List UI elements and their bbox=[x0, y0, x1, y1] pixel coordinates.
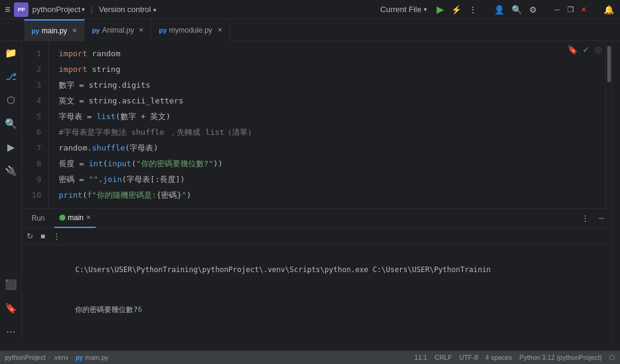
tab-mymodule[interactable]: py mymodule.py ✕ bbox=[151, 19, 229, 41]
stop-button[interactable]: ■ bbox=[38, 230, 48, 242]
close-tab-animal[interactable]: ✕ bbox=[139, 27, 143, 33]
py-icon-mymodule: py bbox=[159, 27, 167, 34]
code-line-8: 長度 = int(input("你的密碼要幾位數?")) bbox=[59, 156, 596, 172]
expand-icon[interactable]: ⬡ bbox=[609, 354, 615, 362]
breadcrumb: pythonProject › .venv › py main.py bbox=[5, 354, 108, 361]
run-button[interactable]: ▶ bbox=[435, 2, 445, 16]
project-breadcrumb[interactable]: pythonProject bbox=[5, 354, 45, 361]
minimize-button[interactable]: ─ bbox=[553, 5, 561, 14]
terminal-content[interactable]: C:\Users\USER\PythonTraining\pythonProje… bbox=[22, 245, 612, 341]
run-tab-label: Run bbox=[31, 214, 45, 223]
close-button[interactable]: ✕ bbox=[579, 5, 588, 14]
left-sidebar: 📁 ⎇ ⬡ 🔍 ▶ 🔌 ⬛ 🔖 ⋯ bbox=[0, 41, 22, 341]
code-line-9: 密碼 = "".join(字母表[:長度]) bbox=[59, 172, 596, 187]
py-icon-main: py bbox=[31, 27, 39, 34]
notification-bell[interactable]: 🔔 bbox=[602, 4, 615, 16]
bookmark-icon[interactable]: 🔖 bbox=[567, 45, 578, 54]
sidebar-terminal-icon[interactable]: ⬛ bbox=[1, 275, 21, 294]
vcs-label[interactable]: Version control ▾ bbox=[99, 5, 156, 14]
sidebar-layers-icon[interactable]: ⬡ bbox=[3, 91, 19, 109]
terminal-output-line: 你的隨機密碼是:KHxjNA bbox=[31, 330, 602, 341]
code-editor[interactable]: 🔖 ✓ ◎ 12345 678910 import random import … bbox=[22, 41, 612, 208]
code-line-4: 英文 = string.ascii_letters bbox=[59, 93, 596, 109]
profile-button[interactable]: 👤 bbox=[493, 4, 506, 16]
scrollbar[interactable] bbox=[605, 41, 612, 208]
main-tab-label: main bbox=[68, 213, 84, 222]
code-line-3: 數字 = string.digits bbox=[59, 77, 596, 93]
right-sidebar bbox=[612, 41, 620, 341]
project-name[interactable]: pythonProject ▾ bbox=[32, 5, 85, 14]
statusbar-right: 11:1 CRLF UTF-8 4 spaces Python 3.12 (py… bbox=[414, 354, 615, 362]
tab-label-mymodule: mymodule.py bbox=[169, 26, 212, 34]
code-lines[interactable]: import random import string 數字 = string.… bbox=[49, 41, 605, 208]
sidebar-bookmark-icon[interactable]: 🔖 bbox=[1, 299, 21, 317]
cursor-position[interactable]: 11:1 bbox=[414, 354, 427, 362]
more-button[interactable]: ⋮ bbox=[467, 4, 478, 16]
encoding[interactable]: UTF-8 bbox=[459, 354, 478, 362]
sidebar-git-icon[interactable]: ⎇ bbox=[2, 67, 20, 86]
code-content: 12345 678910 import random import string… bbox=[22, 41, 612, 208]
interpreter[interactable]: Python 3.12 (pythonProject) bbox=[519, 354, 602, 362]
terminal-header: Run main ✕ ⋮ ─ bbox=[22, 209, 612, 228]
sidebar-more-icon[interactable]: ⋯ bbox=[2, 322, 19, 341]
terminal-toolbar: ↻ ■ ⋮ bbox=[22, 228, 612, 245]
terminal-more-button[interactable]: ⋮ bbox=[579, 212, 592, 224]
statusbar: pythonProject › .venv › py main.py 11:1 … bbox=[0, 351, 620, 364]
terminal-minimize-button[interactable]: ─ bbox=[596, 212, 607, 224]
file-icon-status: py bbox=[76, 354, 83, 361]
settings-button[interactable]: ⚙ bbox=[528, 4, 538, 16]
line-ending[interactable]: CRLF bbox=[435, 354, 452, 362]
search-button[interactable]: 🔍 bbox=[510, 4, 523, 16]
tab-main[interactable]: py main.py ✕ bbox=[24, 19, 85, 41]
check-icon[interactable]: ✓ bbox=[582, 45, 590, 54]
sidebar-run-icon[interactable]: ▶ bbox=[4, 138, 18, 157]
terminal-panel: Run main ✕ ⋮ ─ ↻ ■ ⋮ C:\Us bbox=[22, 208, 612, 341]
current-file-dropdown[interactable]: Current File ▾ bbox=[380, 5, 427, 14]
sidebar-plugin-icon[interactable]: 🔌 bbox=[1, 161, 21, 180]
tabbar: py main.py ✕ py Animal.py ✕ py mymodule.… bbox=[0, 19, 620, 41]
close-terminal-tab[interactable]: ✕ bbox=[86, 214, 91, 221]
restore-button[interactable]: ❐ bbox=[566, 5, 575, 14]
more-term-button[interactable]: ⋮ bbox=[50, 230, 63, 242]
terminal-main-tab[interactable]: main ✕ bbox=[54, 209, 96, 228]
sidebar-search-icon[interactable]: 🔍 bbox=[1, 114, 21, 133]
code-line-6: #字母表是字串無法 shuffle ，先轉成 list（清單） bbox=[59, 125, 596, 140]
content-area: 📁 ⎇ ⬡ 🔍 ▶ 🔌 ⬛ 🔖 ⋯ 🔖 ✓ ◎ 12345 678910 bbox=[0, 41, 620, 341]
code-line-2: import string bbox=[59, 62, 596, 77]
code-line-7: random.shuffle(字母表) bbox=[59, 140, 596, 156]
line-numbers: 12345 678910 bbox=[22, 41, 49, 208]
editor-and-terminal: 🔖 ✓ ◎ 12345 678910 import random import … bbox=[22, 41, 612, 341]
terminal-command-line: C:\Users\USER\PythonTraining\pythonProje… bbox=[31, 250, 602, 290]
tab-label-main: main.py bbox=[42, 27, 67, 35]
close-tab-mymodule[interactable]: ✕ bbox=[217, 27, 222, 33]
close-tab-main[interactable]: ✕ bbox=[72, 27, 77, 34]
terminal-dot bbox=[59, 215, 65, 221]
rerun-button[interactable]: ↻ bbox=[24, 230, 36, 242]
editor-toolbar-right: 🔖 ✓ ◎ bbox=[567, 45, 602, 54]
debug-button[interactable]: ⚡ bbox=[450, 4, 463, 16]
code-line-10: print(f"你的隨機密碼是:{密碼}") bbox=[59, 187, 596, 203]
sidebar-folder-icon[interactable]: 📁 bbox=[1, 44, 21, 62]
code-line-5: 字母表 = list(數字 + 英文) bbox=[59, 109, 596, 125]
indent[interactable]: 4 spaces bbox=[486, 354, 512, 362]
terminal-input-line: 你的密碼要幾位數?6 bbox=[31, 290, 602, 330]
code-line-1: import random bbox=[59, 46, 596, 62]
hamburger-icon[interactable]: ≡ bbox=[5, 4, 10, 15]
terminal-run-tab[interactable]: Run bbox=[27, 209, 50, 228]
py-icon-animal: py bbox=[92, 27, 100, 34]
app-logo: PP bbox=[14, 2, 28, 17]
terminal-header-icons: ⋮ ─ bbox=[579, 212, 607, 224]
titlebar: ≡ PP pythonProject ▾ | Version control ▾… bbox=[0, 0, 620, 19]
file-breadcrumb[interactable]: main.py bbox=[85, 354, 109, 361]
tab-animal[interactable]: py Animal.py ✕ bbox=[85, 19, 152, 41]
tab-label-animal: Animal.py bbox=[102, 26, 134, 34]
venv-breadcrumb[interactable]: .venv bbox=[53, 354, 68, 361]
copilot-icon[interactable]: ◎ bbox=[595, 45, 602, 54]
toolbar-icons: ▶ ⚡ ⋮ 👤 🔍 ⚙ ─ ❐ ✕ 🔔 bbox=[435, 2, 615, 16]
